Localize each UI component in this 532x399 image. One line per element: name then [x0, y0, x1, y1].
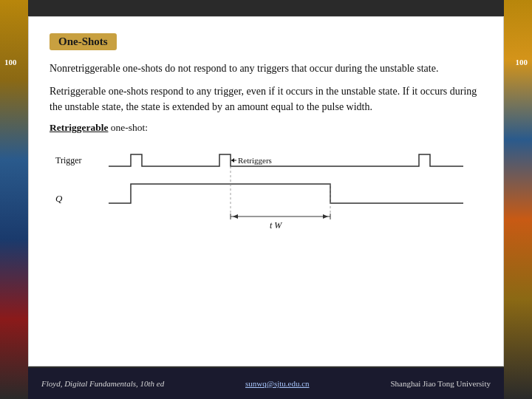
footer-university: Shanghai Jiao Tong University	[390, 379, 491, 388]
slide-title: One-Shots	[50, 33, 117, 50]
svg-marker-7	[233, 214, 238, 219]
footer-email: sunwq@sjtu.edu.cn	[245, 379, 310, 388]
footer: Floyd, Digital Fundamentals, 10th ed sun…	[28, 368, 504, 399]
section-label-plain: one-shot:	[108, 122, 148, 133]
main-content-area: One-Shots Nonretriggerable one-shots do …	[28, 16, 504, 366]
svg-text:Q: Q	[55, 193, 63, 204]
svg-text:t W: t W	[270, 220, 282, 231]
left-side-label: 100	[4, 58, 17, 66]
footer-book: Floyd, Digital Fundamentals, 10th ed	[41, 379, 164, 388]
svg-marker-2	[231, 158, 234, 163]
section-label: Retriggerable one-shot:	[50, 122, 482, 134]
paragraph-nonretriggerable: Nonretriggerable one-shots do not respon…	[50, 61, 482, 76]
section-label-bold: Retriggerable	[50, 122, 108, 133]
svg-marker-8	[323, 214, 328, 219]
svg-text:Retriggers: Retriggers	[238, 156, 272, 165]
right-side-label: 100	[516, 58, 528, 66]
trigger-label: Trigger	[55, 155, 82, 166]
paragraph-retriggerable: Retriggerable one-shots respond to any t…	[50, 83, 482, 115]
timing-diagram: Trigger Retriggers Q t W	[50, 140, 482, 234]
